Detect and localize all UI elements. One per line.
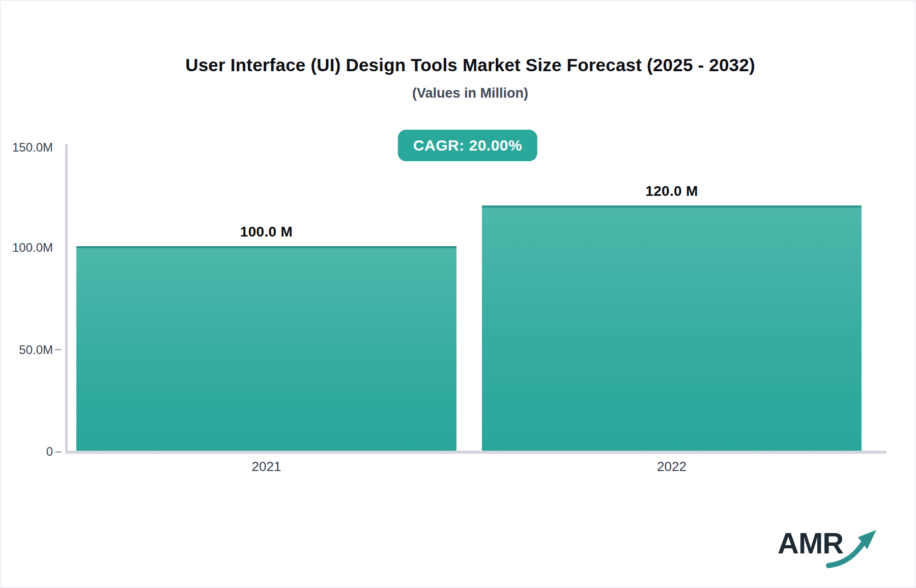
y-tick-mark-50m [55,349,62,350]
x-tick-label-2021: 2021 [76,459,456,475]
chart-canvas: User Interface (UI) Design Tools Market … [0,0,916,588]
x-axis-line [65,451,886,454]
y-tick-label-100m: 100.0M [4,241,53,255]
y-tick-label-50m: 50.0M [4,343,53,357]
growth-arrow-icon [821,523,882,569]
cagr-badge: CAGR: 20.00% [398,130,537,161]
y-tick-mark-0 [55,451,62,453]
bar-2021 [76,246,456,451]
chart-title: User Interface (UI) Design Tools Market … [185,55,755,75]
y-tick-label-0: 0 [4,445,53,459]
bar-2022 [482,205,862,451]
amr-logo: AMR [778,523,879,569]
y-axis-line [65,144,68,452]
chart-subtitle: (Values in Million) [412,85,528,101]
x-tick-label-2022: 2022 [482,459,862,475]
y-tick-label-150m: 150.0M [4,140,53,155]
bar-value-label-2021: 100.0 M [76,224,456,240]
bar-value-label-2022: 120.0 M [482,183,862,199]
